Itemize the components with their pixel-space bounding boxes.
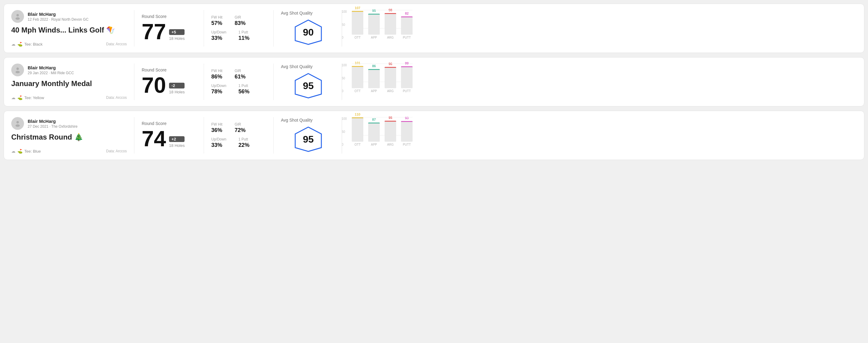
bar-group-putt: 93 PUTT	[401, 116, 412, 146]
bar-group-ott: 101 OTT	[352, 61, 363, 93]
fw-hit-value: 86%	[211, 73, 222, 80]
bar-value: 110	[355, 113, 360, 116]
bar-visual	[352, 11, 363, 35]
bar-value: 101	[355, 61, 360, 65]
score-badge-holes: +2 18 Holes	[169, 136, 185, 150]
oneputt-value: 22%	[238, 142, 249, 148]
user-info: Blair McHarg 29 Jan 2022 · Mill Ride GCC	[11, 64, 127, 76]
quality-label: Avg Shot Quality	[281, 11, 313, 15]
updown-stat: Up/Down 33%	[211, 137, 226, 148]
gir-label: GIR	[235, 122, 246, 126]
stat-row-bottom: Up/Down 78% 1 Putt 56%	[211, 84, 266, 95]
user-details: Blair McHarg 12 Feb 2022 · Royal North D…	[28, 11, 89, 22]
round-card: Blair McHarg 27 Dec 2021 · The Oxfordshi…	[4, 111, 864, 160]
oneputt-value: 11%	[238, 35, 249, 41]
tee-label: Tee: Blue	[24, 149, 41, 154]
quality-section: Avg Shot Quality 90	[281, 10, 336, 46]
bar-visual	[368, 14, 380, 35]
user-name: Blair McHarg	[28, 65, 74, 70]
fw-hit-label: FW Hit	[211, 15, 222, 20]
bar-value: 95	[372, 9, 376, 12]
oneputt-label: 1 Putt	[238, 30, 249, 34]
hexagon-container: 90	[293, 19, 323, 46]
chart-section: 100 50 0 110 OTT 87	[336, 117, 857, 154]
bar-visual	[401, 121, 412, 142]
fw-hit-label: FW Hit	[211, 122, 222, 126]
score-badge-holes: +5 18 Holes	[169, 29, 185, 42]
score-section: Round Score 70 -2 18 Holes	[142, 64, 196, 100]
score-row: 74 +2 18 Holes	[142, 128, 196, 150]
updown-label: Up/Down	[211, 30, 226, 34]
round-card: Blair McHarg 12 Feb 2022 · Royal North D…	[4, 4, 864, 53]
bar-label: APP	[371, 143, 377, 146]
bar-label: PUTT	[403, 89, 411, 93]
fw-hit-value: 57%	[211, 20, 222, 27]
bar-value: 93	[405, 116, 409, 120]
score-row: 70 -2 18 Holes	[142, 74, 196, 96]
bar-label: ARG	[387, 143, 394, 146]
divider3	[273, 10, 274, 46]
date-course: 12 Feb 2022 · Royal North Devon GC	[28, 17, 89, 22]
grid-line-top	[352, 64, 412, 64]
updown-stat: Up/Down 33%	[211, 30, 226, 41]
svg-point-3	[17, 67, 19, 70]
updown-value: 78%	[211, 89, 226, 95]
svg-point-7	[16, 124, 20, 127]
bar-visual	[384, 121, 396, 142]
date-course: 29 Jan 2022 · Mill Ride GCC	[28, 71, 74, 75]
stat-row-top: FW Hit 36% GIR 72%	[211, 122, 266, 133]
holes-text: 18 Holes	[169, 90, 185, 94]
bar-label: PUTT	[403, 143, 411, 146]
oneputt-stat: 1 Putt 22%	[238, 137, 249, 148]
bag-icon: ⛳	[17, 149, 23, 154]
fw-hit-stat: FW Hit 36%	[211, 122, 222, 133]
oneputt-value: 56%	[238, 89, 249, 95]
score-section: Round Score 74 +2 18 Holes	[142, 117, 196, 154]
quality-score: 90	[303, 27, 314, 38]
score-badge: +2	[169, 136, 185, 142]
quality-score: 95	[303, 134, 314, 145]
weather-icon: ☁	[11, 149, 16, 154]
divider3	[273, 64, 274, 100]
stat-row-top: FW Hit 57% GIR 83%	[211, 15, 266, 27]
tee-info: ☁ ⛳ Tee: Yellow	[11, 95, 44, 100]
bar-label: PUTT	[403, 36, 411, 39]
divider	[134, 64, 134, 100]
bar-label: APP	[371, 89, 377, 93]
user-details: Blair McHarg 27 Dec 2021 · The Oxfordshi…	[28, 119, 78, 129]
bar-value: 99	[405, 61, 409, 65]
oneputt-stat: 1 Putt 56%	[238, 84, 249, 95]
data-source: Data: Arccos	[106, 42, 127, 46]
bottom-info: ☁ ⛳ Tee: Black Data: Arccos	[11, 42, 127, 46]
oneputt-label: 1 Putt	[238, 137, 249, 142]
round-left-section: Blair McHarg 12 Feb 2022 · Royal North D…	[11, 10, 127, 46]
bar-accent-line	[352, 66, 363, 67]
bottom-info: ☁ ⛳ Tee: Blue Data: Arccos	[11, 149, 127, 154]
bar-visual	[401, 17, 412, 35]
bottom-info: ☁ ⛳ Tee: Yellow Data: Arccos	[11, 95, 127, 100]
bar-value: 96	[389, 62, 392, 66]
round-title: January Monthly Medal	[11, 80, 127, 88]
bar-label: ARG	[387, 36, 394, 39]
bar-group-app: 95 APP	[368, 9, 380, 39]
avatar	[11, 117, 24, 130]
score-number: 77	[142, 21, 166, 42]
quality-label: Avg Shot Quality	[281, 64, 313, 69]
round-left-section: Blair McHarg 29 Jan 2022 · Mill Ride GCC…	[11, 64, 127, 100]
bar-accent-line	[352, 11, 363, 12]
bar-accent-line	[352, 117, 363, 118]
gir-stat: GIR 72%	[235, 122, 246, 133]
bar-group-app: 87 APP	[368, 118, 380, 146]
score-badge: -2	[169, 83, 185, 89]
holes-text: 18 Holes	[169, 143, 185, 148]
stat-row-bottom: Up/Down 33% 1 Putt 11%	[211, 30, 266, 41]
bar-value: 86	[372, 64, 376, 68]
hexagon-container: 95	[293, 72, 323, 99]
avatar	[11, 10, 24, 23]
quality-section: Avg Shot Quality 95	[281, 64, 336, 100]
bar-accent-line	[368, 14, 380, 14]
stats-section: FW Hit 57% GIR 83% Up/Down 33% 1 Putt	[211, 10, 266, 46]
bar-accent-line	[384, 13, 396, 14]
score-label: Round Score	[142, 14, 196, 19]
fw-hit-stat: FW Hit 57%	[211, 15, 222, 27]
